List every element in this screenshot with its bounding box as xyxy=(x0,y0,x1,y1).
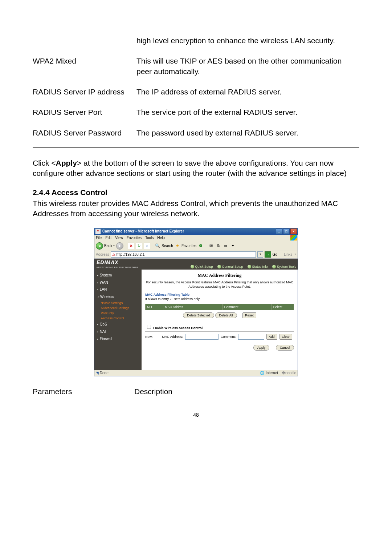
brand-bar: EDIMAX NETWORKING PEOPLE TOGETHER Quick … xyxy=(94,259,298,270)
reset-button[interactable]: Reset xyxy=(242,312,256,318)
resize-grip-icon[interactable]: �needle xyxy=(282,371,296,376)
add-button[interactable]: Add xyxy=(266,334,277,340)
sidebar-item-lan[interactable]: LAN xyxy=(94,286,142,293)
param-desc: The IP address of external RADIUS server… xyxy=(136,84,359,104)
history-icon[interactable]: ❹ xyxy=(198,243,204,249)
col-select: Select xyxy=(271,304,294,310)
minimize-button[interactable]: _ xyxy=(276,229,282,234)
forward-button[interactable]: ► xyxy=(116,242,123,250)
go-label: Go xyxy=(273,252,277,257)
address-field[interactable]: ⚠http://192.168.2.1 xyxy=(111,251,256,258)
delete-selected-button[interactable]: Delete Selected xyxy=(183,312,214,318)
sidebar-item-wan[interactable]: WAN xyxy=(94,279,142,286)
filter-table-heading: MAC Address Filtering Table xyxy=(145,292,294,297)
divider xyxy=(33,397,359,397)
maximize-button[interactable]: □ xyxy=(283,229,290,234)
mac-label: MAC Address: xyxy=(162,335,183,339)
sidebar-sub-advanced[interactable]: Advanced Settings xyxy=(94,306,142,311)
links-label[interactable]: Links xyxy=(284,252,292,257)
address-dropdown[interactable]: ▾ xyxy=(257,251,263,258)
favorites-button[interactable]: ★Favorites xyxy=(175,243,196,249)
stop-button[interactable]: ✕ xyxy=(128,243,134,249)
sidebar-item-firewall[interactable]: Firewall xyxy=(94,335,142,343)
divider xyxy=(33,147,359,148)
brand-tagline: NETWORKING PEOPLE TOGETHER xyxy=(97,266,138,269)
param-desc: The service port of the external RADIUS … xyxy=(136,104,359,125)
home-button[interactable]: ⌂ xyxy=(144,243,150,249)
section-body: This wireless router provides MAC Addres… xyxy=(33,198,359,219)
sidebar-sub-access-control[interactable]: Access Control xyxy=(94,316,142,321)
mac-input[interactable] xyxy=(185,334,219,340)
menubar: File Edit View Favorites Tools Help xyxy=(94,235,298,241)
edit-icon[interactable]: ▭ xyxy=(222,243,228,249)
desc-col-description: Description xyxy=(134,387,359,397)
sidebar-sub-basic[interactable]: Basic Settings xyxy=(94,300,142,306)
menu-file[interactable]: File xyxy=(96,235,102,240)
refresh-button[interactable]: ↻ xyxy=(136,243,142,249)
window-titlebar: e Cannot find server - Microsoft Interne… xyxy=(94,228,298,235)
brand-logo: EDIMAX xyxy=(97,259,118,265)
menu-edit[interactable]: Edit xyxy=(105,235,111,240)
param-desc: high level encryption to enhance the wir… xyxy=(136,33,359,53)
section-heading: 2.4.4 Access Control xyxy=(33,187,359,198)
internet-icon: 🌐 xyxy=(260,371,264,376)
status-bar: ◥ Done 🌐Internet�needle xyxy=(94,370,298,376)
param-desc: This will use TKIP or AES based on the o… xyxy=(136,53,359,84)
discuss-icon[interactable]: ✦ xyxy=(230,243,236,249)
content-pane: MAC Address Filtering For security reaso… xyxy=(142,270,298,370)
apply-button[interactable]: Apply xyxy=(253,345,270,351)
desc-table-header: Parameters Description xyxy=(33,387,359,397)
clear-button[interactable]: Clear xyxy=(279,334,293,340)
nav-status-info[interactable]: Status Info xyxy=(248,264,268,269)
toolbar: ◄Back▾ ► ✕ ↻ ⌂ 🔍Search ★Favorites ❹ ✉ 🖶 … xyxy=(94,241,298,251)
status-right: Internet xyxy=(266,371,278,376)
sidebar-item-wireless[interactable]: Wireless xyxy=(94,293,142,300)
menu-help[interactable]: Help xyxy=(157,235,165,240)
apply-paragraph: Click <Apply> at the bottom of the scree… xyxy=(33,158,359,179)
search-button[interactable]: 🔍Search xyxy=(155,243,173,249)
col-no: NO. xyxy=(146,304,163,310)
address-bar: Address ⚠http://192.168.2.1 ▾ → Go Links… xyxy=(94,251,298,259)
sidebar-item-nat[interactable]: NAT xyxy=(94,328,142,335)
nav-general-setup[interactable]: General Setup xyxy=(217,264,243,269)
menu-view[interactable]: View xyxy=(115,235,123,240)
print-icon[interactable]: 🖶 xyxy=(215,243,221,249)
param-name: RADIUS Server Password xyxy=(33,125,136,145)
param-name: WPA2 Mixed xyxy=(33,53,136,84)
menu-tools[interactable]: Tools xyxy=(145,235,154,240)
param-name: RADIUS Server IP address xyxy=(33,84,136,104)
desc-col-parameters: Parameters xyxy=(33,387,134,397)
back-button[interactable]: ◄Back▾ xyxy=(96,242,115,250)
nav-quick-setup[interactable]: Quick Setup xyxy=(191,264,213,269)
col-mac: MAC Addres xyxy=(163,304,223,310)
page-title: MAC Address Filtering xyxy=(145,272,294,278)
filter-table: NO. MAC Addres Comment Select xyxy=(145,304,294,310)
sidebar: System WAN LAN Wireless Basic Settings A… xyxy=(94,270,142,370)
done-icon: ◥ xyxy=(96,371,99,375)
nav-system-tools[interactable]: System Tools xyxy=(272,264,296,269)
sidebar-item-qos[interactable]: QoS xyxy=(94,321,142,328)
window-title: Cannot find server - Microsoft Internet … xyxy=(102,229,275,234)
status-left: Done xyxy=(100,371,109,375)
enable-access-control: Enable Wireless Access Control xyxy=(145,323,294,330)
sidebar-sub-security[interactable]: Security xyxy=(94,311,142,316)
enable-checkbox[interactable] xyxy=(147,325,151,329)
filter-table-sub: It allows to entry 20 sets address only. xyxy=(145,297,294,301)
mail-icon[interactable]: ✉ xyxy=(208,243,214,249)
page-number: 48 xyxy=(33,412,359,418)
param-name: RADIUS Server Port xyxy=(33,104,136,125)
delete-all-button[interactable]: Delete All xyxy=(215,312,237,318)
sidebar-item-system[interactable]: System xyxy=(94,272,142,279)
cancel-button[interactable]: Cancel xyxy=(276,345,294,351)
param-desc: The password used by external RADIUS ser… xyxy=(136,125,359,145)
new-label: New: xyxy=(145,335,153,339)
param-name xyxy=(33,33,136,53)
go-button[interactable]: → xyxy=(265,251,271,258)
comment-label: Comment: xyxy=(221,335,236,339)
close-button[interactable]: × xyxy=(290,229,297,234)
ie-icon: e xyxy=(95,229,101,234)
menu-favorites[interactable]: Favorites xyxy=(127,235,142,240)
comment-input[interactable] xyxy=(238,334,264,340)
address-label: Address xyxy=(96,252,109,257)
col-comment: Comment xyxy=(222,304,271,310)
